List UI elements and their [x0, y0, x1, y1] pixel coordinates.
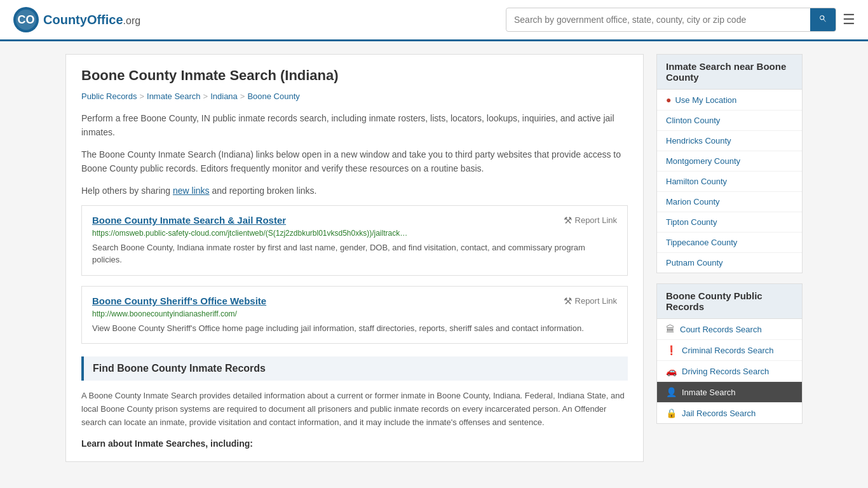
search-input[interactable]: [506, 10, 810, 30]
nearby-county-link-4[interactable]: Marion County: [666, 197, 720, 207]
result-desc-0: Search Boone County, Indiana inmate rost…: [92, 241, 617, 266]
search-icon: [818, 13, 828, 24]
nearby-counties-list: Clinton CountyHendricks CountyMontgomery…: [657, 111, 802, 273]
nearby-county-item[interactable]: Putnam County: [657, 253, 802, 273]
find-records-text: A Boone County Inmate Search provides de…: [81, 390, 628, 429]
nearby-county-item[interactable]: Tippecanoe County: [657, 233, 802, 253]
logo-area: CO CountyOffice.org: [13, 6, 140, 33]
nearby-county-link-7[interactable]: Putnam County: [666, 258, 723, 268]
record-link-0[interactable]: Court Records Search: [680, 325, 762, 334]
result-url-1: http://www.boonecountyindianasheriff.com…: [92, 309, 617, 318]
logo-text: CountyOffice.org: [43, 13, 140, 27]
report-label-0: Report Link: [575, 215, 617, 225]
nearby-section-title: Inmate Search near Boone County: [657, 55, 802, 90]
search-bar: [506, 8, 836, 32]
nearby-county-link-1[interactable]: Hendricks County: [666, 136, 731, 146]
description-3: Help others by sharing new links and rep…: [81, 184, 628, 198]
record-icon-0: 🏛: [666, 324, 675, 334]
breadcrumb: Public Records > Inmate Search > Indiana…: [81, 92, 628, 101]
page-wrapper: Boone County Inmate Search (Indiana) Pub…: [53, 41, 815, 475]
result-title-0[interactable]: Boone County Inmate Search & Jail Roster: [92, 215, 286, 226]
record-icon-2: 🚗: [666, 366, 677, 376]
find-records-header: Find Boone County Inmate Records: [81, 356, 628, 381]
result-card: Boone County Sheriff's Office Website ⚒ …: [81, 286, 628, 344]
result-card: Boone County Inmate Search & Jail Roster…: [81, 205, 628, 276]
nearby-county-link-0[interactable]: Clinton County: [666, 116, 720, 125]
report-label-1: Report Link: [575, 296, 617, 306]
search-button[interactable]: [810, 8, 836, 31]
result-title-1[interactable]: Boone County Sheriff's Office Website: [92, 295, 266, 306]
logo-icon: CO: [13, 6, 39, 33]
learn-about-label: Learn about Inmate Searches, including:: [81, 438, 628, 449]
report-icon-1: ⚒: [564, 295, 572, 307]
report-icon-0: ⚒: [564, 215, 572, 226]
public-records-item[interactable]: ❗ Criminal Records Search: [657, 340, 802, 361]
description-1: Perform a free Boone County, IN public i…: [81, 111, 628, 140]
nearby-county-link-5[interactable]: Tipton County: [666, 217, 717, 227]
nearby-section: Inmate Search near Boone County ● Use My…: [656, 54, 803, 273]
public-records-item[interactable]: 🔒 Jail Records Search: [657, 403, 802, 423]
public-records-section-title: Boone County Public Records: [657, 284, 802, 319]
public-records-item[interactable]: 🏛 Court Records Search: [657, 319, 802, 340]
breadcrumb-indiana[interactable]: Indiana: [210, 92, 238, 101]
nearby-county-link-3[interactable]: Hamilton County: [666, 177, 727, 186]
public-records-section: Boone County Public Records 🏛 Court Reco…: [656, 283, 803, 424]
breadcrumb-inmate-search[interactable]: Inmate Search: [147, 92, 201, 101]
public-records-items: 🏛 Court Records Search ❗ Criminal Record…: [657, 319, 802, 423]
nearby-county-item[interactable]: Tipton County: [657, 212, 802, 233]
record-link-1[interactable]: Criminal Records Search: [682, 346, 774, 355]
svg-text:CO: CO: [18, 13, 35, 26]
report-link-0[interactable]: ⚒ Report Link: [564, 215, 617, 226]
main-content: Boone County Inmate Search (Indiana) Pub…: [65, 54, 644, 462]
nearby-county-item[interactable]: Montgomery County: [657, 151, 802, 172]
use-location-link[interactable]: Use My Location: [675, 95, 736, 105]
nearby-county-item[interactable]: Clinton County: [657, 111, 802, 131]
result-header-0: Boone County Inmate Search & Jail Roster…: [92, 215, 617, 226]
public-records-item[interactable]: 🚗 Driving Records Search: [657, 361, 802, 382]
record-icon-1: ❗: [666, 345, 677, 355]
menu-button[interactable]: ☰: [843, 13, 855, 27]
result-header-1: Boone County Sheriff's Office Website ⚒ …: [92, 295, 617, 307]
description-2: The Boone County Inmate Search (Indiana)…: [81, 147, 628, 176]
record-link-2[interactable]: Driving Records Search: [682, 367, 769, 376]
record-icon-3: 👤: [666, 387, 677, 397]
location-icon: ●: [666, 95, 671, 105]
breadcrumb-boone-county[interactable]: Boone County: [247, 92, 299, 101]
nearby-county-link-2[interactable]: Montgomery County: [666, 156, 740, 166]
new-links-link[interactable]: new links: [173, 186, 210, 196]
nearby-county-item[interactable]: Hamilton County: [657, 172, 802, 192]
use-location[interactable]: ● Use My Location: [657, 90, 802, 111]
report-link-1[interactable]: ⚒ Report Link: [564, 295, 617, 307]
public-records-item[interactable]: 👤 Inmate Search: [657, 382, 802, 403]
result-desc-1: View Boone County Sheriff's Office home …: [92, 322, 617, 335]
header-right: ☰: [506, 8, 855, 32]
page-title: Boone County Inmate Search (Indiana): [81, 67, 628, 84]
record-link-3[interactable]: Inmate Search: [682, 388, 736, 397]
nearby-county-link-6[interactable]: Tippecanoe County: [666, 238, 737, 247]
sidebar: Inmate Search near Boone County ● Use My…: [656, 54, 803, 462]
result-url-0: https://omsweb.public-safety-cloud.com/j…: [92, 229, 617, 238]
breadcrumb-public-records[interactable]: Public Records: [81, 92, 137, 101]
result-cards: Boone County Inmate Search & Jail Roster…: [81, 205, 628, 344]
nearby-county-item[interactable]: Marion County: [657, 192, 802, 212]
record-icon-4: 🔒: [666, 408, 677, 418]
site-header: CO CountyOffice.org ☰: [0, 0, 868, 41]
record-link-4[interactable]: Jail Records Search: [682, 409, 756, 418]
nearby-county-item[interactable]: Hendricks County: [657, 131, 802, 151]
